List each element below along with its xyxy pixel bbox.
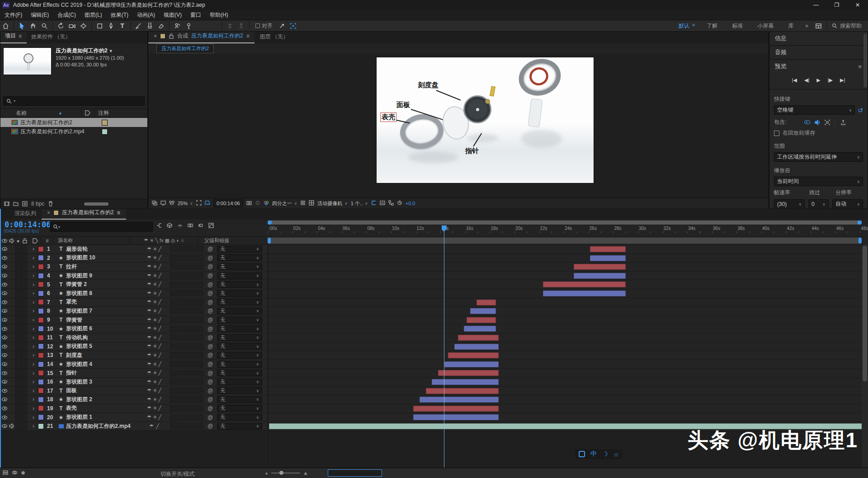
snap-checkbox[interactable]: 对齐 [255,22,273,30]
parent-select[interactable]: 无∨ [217,405,262,412]
switch-cell[interactable] [179,352,186,358]
switch-cell[interactable] [196,423,203,429]
switch-cell[interactable] [170,263,178,270]
primary-viewer-icon[interactable] [160,200,166,206]
solo-cell[interactable] [15,342,21,351]
lock-cell[interactable] [21,342,28,351]
solo-cell[interactable] [15,245,21,253]
minimize-button[interactable]: — [806,0,826,10]
lock-cell[interactable] [21,324,28,333]
track-row[interactable] [268,262,862,272]
graph-editor-icon[interactable] [208,223,214,230]
track-row[interactable] [268,307,862,316]
parent-select[interactable]: 无∨ [217,379,262,385]
timeline-horizontal-scrollbar[interactable] [268,220,862,225]
layer-switches[interactable]: ☂ ✳ ╱ [141,404,167,413]
workspace-grid-icon[interactable] [813,20,824,31]
switch-cell[interactable] [187,379,195,385]
expand-chevron-icon[interactable]: › [29,351,38,360]
expand-chevron-icon[interactable]: › [29,422,38,431]
switch-cell[interactable] [170,281,178,288]
layer-color-swatch[interactable] [38,291,44,296]
export-icon[interactable] [840,120,846,125]
layer-duration-bar[interactable] [574,264,626,270]
switch-cell[interactable] [187,317,195,323]
layer-color-swatch[interactable] [38,379,44,385]
composition-mini-flowchart-icon[interactable] [156,223,162,230]
layer-switches[interactable]: ☂ ✳ ╱ [141,387,167,395]
layer-visibility-eye-icon[interactable] [2,327,7,331]
expand-chevron-icon[interactable]: › [29,262,38,271]
switch-cell[interactable] [196,263,203,270]
comp-name[interactable]: 压力表是如何工作的2 [56,47,108,54]
layer-row[interactable]: ›13T刻度盘☂ ✳ ╱@无∨ [1,351,267,360]
layer-name[interactable]: 传动机构 [66,333,141,342]
parent-select[interactable]: 无∨ [217,387,262,394]
title-action-safe-icon[interactable] [205,200,210,206]
layer-visibility-eye-icon[interactable] [2,398,7,401]
include-overlays-icon[interactable] [825,120,830,125]
layer-duration-bar[interactable] [448,352,499,358]
lock-cell[interactable] [21,351,28,360]
panel-menu-icon[interactable]: ≡ [246,33,250,39]
layer-switches[interactable]: ☂ ✳ ╱ [141,316,167,324]
layer-switches[interactable]: ☂ ✳ ╱ [141,360,167,369]
switch-cell[interactable] [187,396,195,403]
solo-cell[interactable] [15,280,21,289]
switch-cell[interactable] [179,290,186,296]
layer-switches[interactable]: ☂ ✳ ╱ [141,289,167,298]
solo-cell[interactable] [15,333,21,342]
parent-pickwhip-icon[interactable]: @ [206,272,214,280]
shape-tool-icon[interactable] [94,20,105,31]
switch-cell[interactable] [196,272,203,279]
menu-item[interactable]: 文件(F) [5,11,22,19]
layer-duration-bar[interactable] [454,344,499,350]
layer-visibility-eye-icon[interactable] [2,283,7,286]
close-tab-icon[interactable]: × [47,210,50,216]
switch-cell[interactable] [170,272,178,279]
clone-stamp-tool-icon[interactable] [144,20,156,31]
parent-pickwhip-icon[interactable]: @ [206,413,214,422]
reset-exposure-icon[interactable] [397,200,402,206]
parent-select[interactable]: 无∨ [217,414,262,421]
tab-composition[interactable]: × 合成 压力表是如何工作的2 ≡ [148,32,255,43]
switch-cell[interactable] [179,343,186,350]
parent-pickwhip-icon[interactable]: @ [206,333,214,342]
parent-pickwhip-icon[interactable]: @ [206,404,214,413]
switch-cell[interactable] [170,246,178,252]
layer-visibility-eye-icon[interactable] [2,424,7,428]
layer-name[interactable]: 形状图层 2 [66,395,141,404]
layer-row[interactable]: ›6★形状图层 8☂ ✳ ╱@无∨ [1,289,267,298]
solo-cell[interactable] [15,307,21,315]
layer-name[interactable]: 压力表是如何工作的2.mp4 [66,422,141,431]
tab-preview[interactable]: 预览≡ [769,60,868,73]
layer-switches[interactable]: ☂ ✳ ╱ [141,272,167,280]
switch-cell[interactable] [196,414,203,421]
layer-name[interactable]: 形状图层 7 [66,307,141,315]
parent-pickwhip-icon[interactable]: @ [206,387,214,395]
layer-name[interactable]: 形状图层 4 [66,360,141,369]
rotation-tool-icon[interactable] [55,20,66,31]
expand-chevron-icon[interactable]: › [29,298,38,307]
lock-cell[interactable] [21,360,28,369]
layer-duration-bar[interactable] [413,414,498,420]
timeline-zoom-slider[interactable]: ▲ ▲ [264,470,308,476]
layer-switches[interactable]: ☂ ✳ ╱ [141,342,167,351]
switch-cell[interactable] [170,334,178,341]
framerate-select[interactable]: (30)∨ [774,199,805,208]
layer-duration-bar[interactable] [432,379,498,385]
parent-select[interactable]: 无∨ [217,299,262,305]
switch-cell[interactable] [187,281,195,288]
switch-cell[interactable] [187,255,195,261]
region-of-interest-icon[interactable] [196,200,202,206]
workspace-item[interactable]: 小屏幕 [750,22,781,30]
zoom-out-icon[interactable]: ▲ [264,471,269,475]
layer-row[interactable]: ›10★形状图层 6☂ ✳ ╱@无∨ [1,324,267,333]
parent-pickwhip-icon[interactable]: @ [206,324,214,333]
layer-name[interactable]: 指针 [66,369,141,377]
switch-cell[interactable] [187,405,195,412]
eraser-tool-icon[interactable] [156,20,167,31]
track-row[interactable] [268,333,862,342]
tab-render-queue[interactable]: 渲染队列 [9,209,42,220]
new-composition-icon[interactable] [22,201,28,206]
